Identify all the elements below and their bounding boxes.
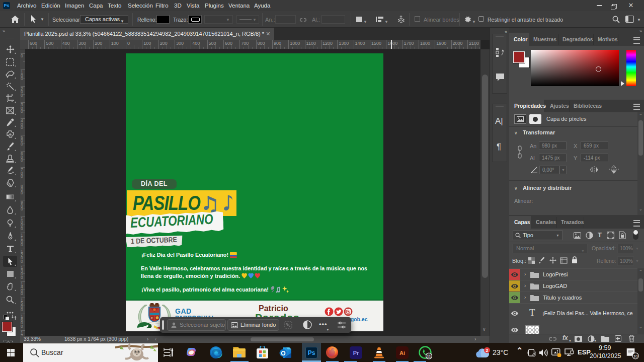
svg-text:Pr: Pr: [353, 350, 359, 356]
svg-text:Ai: Ai: [399, 350, 405, 356]
svg-text:2: 2: [486, 348, 488, 353]
svg-text:11: 11: [427, 354, 431, 358]
svg-text:10: 10: [633, 354, 638, 358]
svg-text:O: O: [281, 349, 285, 356]
